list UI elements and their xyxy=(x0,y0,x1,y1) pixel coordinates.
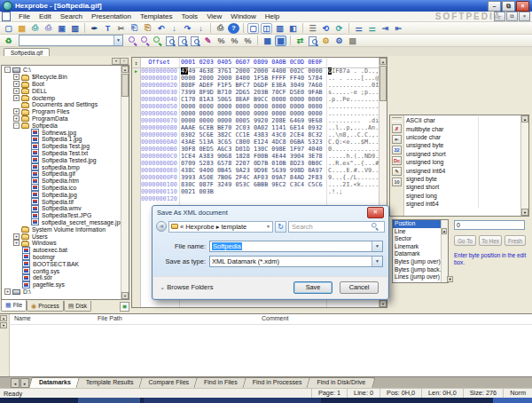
goto-mode-bytes-jump-over[interactable]: Bytes (jump over) xyxy=(393,258,448,266)
tree-tab-disk[interactable]: ▤Disk xyxy=(64,301,91,312)
results-tab-compare-files[interactable]: Compare Files xyxy=(140,377,199,388)
tile-vertical-icon[interactable]: ⚌ xyxy=(366,23,378,34)
refresh-file-icon[interactable]: ♻ xyxy=(3,36,14,46)
inspector-row[interactable]: unsigned short xyxy=(404,150,520,158)
inspector-row[interactable]: unicode char xyxy=(404,133,520,141)
menu-tools[interactable]: Tools xyxy=(176,12,202,20)
splitter-up-icon[interactable]: ▴ xyxy=(0,315,7,321)
hex-bytes[interactable]: 1CE4 A383 9068 1828 F00B 4E44 3904 3E78 xyxy=(181,153,323,160)
open-disk-icon[interactable]: ⎙ xyxy=(43,23,54,34)
menu-edit[interactable]: Edit xyxy=(35,12,56,20)
view-overlay-icon[interactable]: ◧ xyxy=(287,23,299,34)
tree-item-dell-sdr[interactable]: dell.sdr xyxy=(3,274,121,281)
ascii-text[interactable]: .!.; xyxy=(328,188,342,195)
expand-icon[interactable]: + xyxy=(13,95,20,101)
tree-item-programdata[interactable]: +ProgramData xyxy=(3,115,121,122)
goto-mode-lines-jump-back[interactable]: Lines (jump back.) xyxy=(393,281,448,283)
menu-file[interactable]: File xyxy=(14,12,35,20)
tree-item-autoexec-bat[interactable]: autoexec.bat xyxy=(3,247,121,254)
report-icon[interactable]: ▤ xyxy=(347,36,358,46)
scroll-down-icon[interactable]: ▼ xyxy=(121,292,129,299)
scroll-up-icon[interactable]: ▲ xyxy=(379,58,387,65)
menu-presentation[interactable]: Presentation xyxy=(87,12,136,20)
hex-bytes[interactable]: 438C 9400 0B45 9A23 9D9E 5639 998D 0A97 xyxy=(181,167,323,174)
selected-byte[interactable]: 47 xyxy=(181,67,188,75)
view-split-2-icon[interactable]: ◫ xyxy=(261,23,272,34)
hex-bytes[interactable]: C170 81A3 5065 8EAF B9CC 0000 0000 0000 xyxy=(181,96,323,103)
base-10-icon[interactable]: 10 xyxy=(392,178,402,186)
hex-offset[interactable]: 0000000010 xyxy=(140,75,178,82)
ascii-text[interactable]: C.Q:<e...$M...S# xyxy=(328,138,379,146)
tree-item-softpedia-gif[interactable]: Softpedia.gif xyxy=(3,170,121,178)
combo-dropdown-icon[interactable]: ▼ xyxy=(372,241,382,251)
save-all-icon[interactable]: ▥ xyxy=(69,23,81,34)
hex-offset[interactable]: 00000000E0 xyxy=(140,167,178,174)
tree-item-softpedia-test-jpg[interactable]: Softpedia Test.jpg xyxy=(3,143,121,150)
goto-list-scrollbar[interactable]: ▲ ▼ xyxy=(441,220,448,282)
tree-item-recycle-bin[interactable]: +$Recycle.Bin xyxy=(3,74,121,81)
tab-scroll-left-icon[interactable]: ◂ xyxy=(11,378,20,388)
hex-offset[interactable]: 0000000000 xyxy=(140,67,178,75)
tree-item-pagefile-sys[interactable]: pagefile.sys xyxy=(3,281,121,288)
tree-item-c[interactable]: -C:\ xyxy=(3,67,121,74)
splitter-down-icon[interactable]: ▾ xyxy=(0,322,7,328)
expand-icon[interactable]: + xyxy=(4,288,11,295)
find-replace-icon[interactable] xyxy=(177,36,188,46)
tree-item-windows[interactable]: +Windows xyxy=(3,240,121,247)
grip-handle[interactable] xyxy=(392,117,402,122)
goto-mode-datamark[interactable]: Datamark xyxy=(393,250,448,258)
ascii-text[interactable]: ..\n8,..C.C.,..2 xyxy=(328,131,379,138)
save-type-select[interactable]: XML Datamark (*.xdm) ▼ xyxy=(209,256,383,267)
byte-position-input[interactable]: 0 xyxy=(454,220,525,230)
inspector-row[interactable]: signed int64 xyxy=(404,200,520,208)
expand-icon[interactable]: + xyxy=(13,233,20,240)
file-name-input[interactable]: Softpedia ▼ xyxy=(209,241,383,252)
restore-button[interactable]: ⧉ xyxy=(502,1,515,12)
copy-icon[interactable]: ⎗ xyxy=(129,23,140,34)
breadcrumb-hexprobe[interactable]: Hexprobe xyxy=(185,223,215,231)
tree-item-program-files[interactable]: +Program Files xyxy=(3,108,121,115)
hex-offset[interactable]: 00000000F0 xyxy=(140,174,178,181)
search-structure-icon[interactable] xyxy=(308,36,318,46)
inspector-row[interactable]: unsigned int64 xyxy=(404,166,520,174)
percent-view-icon[interactable]: % xyxy=(215,36,227,46)
menu-view[interactable]: View xyxy=(202,12,226,20)
tree-item-softpedia-jpg[interactable]: Softpedia.jpg xyxy=(3,191,121,198)
ink-tool-icon[interactable]: ✒ xyxy=(89,23,100,34)
tree-item-dell[interactable]: +DELL xyxy=(3,87,121,94)
goto-mode-line[interactable]: Line xyxy=(393,228,448,236)
tree-item-softpedia-test-txt[interactable]: Softpedia Test.txt xyxy=(3,150,121,157)
tree-item-config-sys[interactable]: config.sys xyxy=(3,267,121,274)
goto-button[interactable]: Go To xyxy=(454,235,476,246)
menu-window[interactable]: Window xyxy=(226,12,260,20)
hex-bytes[interactable]: 30F8 0ED5 A6C3 D01D 130C 098E 1F97 4040 xyxy=(181,146,323,153)
selected-char[interactable]: G xyxy=(328,67,332,75)
tree-item-softpedia-secret-message-jpg[interactable]: softpedia_secret_message.jpg xyxy=(3,219,121,226)
tree-item-softnews-jpg[interactable]: Softnews.jpg xyxy=(3,129,121,136)
scroll-down-icon[interactable]: ▼ xyxy=(521,209,528,216)
view-single-pane-icon[interactable]: ▢ xyxy=(247,23,259,34)
scroll-up-icon[interactable]: ▲ xyxy=(121,66,129,73)
ascii-text[interactable]: .p..Pe.......... xyxy=(328,96,379,103)
scroll-down-icon[interactable]: ▼ xyxy=(447,276,453,282)
goto-mode-sector[interactable]: Sector xyxy=(393,235,448,243)
hex-offset[interactable]: 0000000060 xyxy=(140,110,178,117)
hex-bytes[interactable]: AAAE 6CEB BE70 2C03 0A02 1141 6E14 0932 xyxy=(181,124,323,131)
tree-item-softpedia-1-jpg[interactable]: Softpedia 1.jpg xyxy=(3,136,121,143)
hex-bytes[interactable]: 0709 5283 6578 2207 0D7B 010B 8D23 0B0C xyxy=(181,160,323,167)
refresh-icon[interactable]: ↻ xyxy=(275,221,286,233)
percent-clear-icon[interactable]: % xyxy=(242,36,254,46)
open-process-icon[interactable]: ⎙ xyxy=(29,23,41,34)
browse-folders-label[interactable]: Browse Folders xyxy=(167,283,213,291)
hex-bytes[interactable]: 7399 8F9D B710 2D65 203B 70CF D5E0 9FAB xyxy=(181,89,323,96)
tree-item-softpedia-wmv[interactable]: Softpedia.wmv xyxy=(3,205,121,212)
menu-search[interactable]: Search xyxy=(56,12,87,20)
tree-tab-file[interactable]: ▦File xyxy=(1,300,27,312)
tree-item-softpedia-bmp[interactable]: softpedia.bmp xyxy=(3,163,121,170)
scroll-thumb[interactable] xyxy=(379,66,387,101)
hex-offset[interactable]: 0000000020 xyxy=(140,82,178,89)
collapse-icon[interactable]: - xyxy=(13,122,20,129)
find-all-icon[interactable] xyxy=(153,36,163,46)
goto-mode-linemark[interactable]: Linemark xyxy=(393,243,448,251)
goto-mode-lines-jump-over[interactable]: Lines (jump over) xyxy=(393,273,448,281)
